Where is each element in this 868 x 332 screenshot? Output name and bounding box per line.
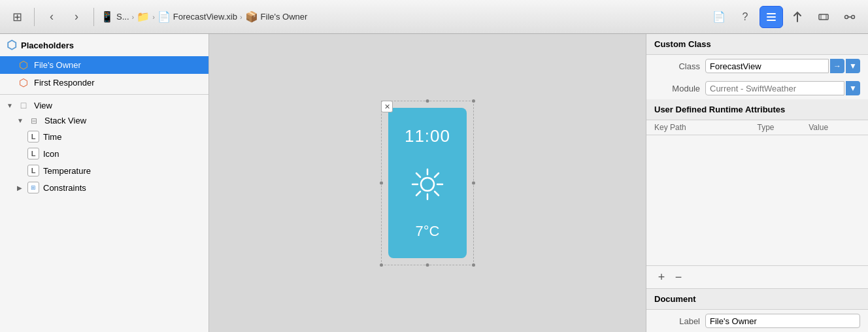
temperature-l-badge: L: [27, 165, 39, 176]
breadcrumb-sep-1: ›: [132, 13, 135, 21]
svg-rect-1: [767, 16, 776, 18]
svg-line-14: [435, 191, 439, 195]
view-item[interactable]: ▼ □ View: [0, 97, 209, 113]
files-owner-label: File's Owner: [34, 60, 81, 70]
dot-bottom-left: [380, 263, 383, 267]
runtime-attrs-action-row: + −: [646, 266, 868, 289]
right-panel: Custom Class Class → ▼ Module ▼ User Def…: [646, 34, 868, 332]
module-label: Module: [654, 84, 700, 93]
document-header: Document: [646, 289, 868, 310]
identity-inspector-button[interactable]: [760, 6, 783, 28]
first-responder-icon: ⬡: [17, 76, 30, 89]
dot-right-center: [472, 182, 475, 185]
size-inspector-button[interactable]: [812, 6, 835, 28]
module-dropdown-button[interactable]: ▼: [846, 81, 860, 95]
breadcrumb-sep-2: ›: [152, 13, 155, 21]
dot-top-right: [472, 99, 475, 103]
svg-rect-0: [767, 13, 776, 14]
temperature-item[interactable]: L Temperature: [0, 162, 209, 179]
icon-item[interactable]: L Icon: [0, 145, 209, 162]
svg-point-7: [852, 15, 855, 18]
value-column-header: Value: [809, 123, 860, 132]
stack-view-label: Stack View: [44, 116, 86, 125]
class-label: Class: [654, 61, 700, 71]
breadcrumb-sep-3: ›: [240, 13, 242, 21]
key-path-column-header: Key Path: [654, 123, 758, 132]
breadcrumb-owner-label: File's Owner: [261, 12, 308, 22]
time-label: Time: [43, 132, 61, 142]
placeholders-cube-icon: ⬡: [7, 38, 17, 52]
class-dropdown-button[interactable]: ▼: [846, 59, 860, 73]
runtime-attrs-table: [646, 135, 868, 266]
dot-left-center: [380, 182, 383, 185]
files-owner-icon: ⬡: [17, 59, 30, 71]
svg-line-13: [416, 173, 420, 177]
class-input[interactable]: [705, 59, 829, 73]
module-input-wrap: ▼: [705, 81, 860, 95]
time-l-badge: L: [27, 131, 39, 142]
project-icon: 📱: [101, 10, 114, 23]
center-panel: ✕ 11:00: [209, 34, 646, 332]
breadcrumb-xib[interactable]: 📄 ForecastView.xib: [158, 10, 237, 23]
folder-icon: 📁: [137, 10, 150, 23]
class-row: Class → ▼: [646, 55, 868, 77]
placeholders-label: Placeholders: [21, 41, 74, 50]
stack-view-arrow: ▼: [17, 117, 24, 124]
module-input[interactable]: [705, 81, 844, 95]
files-owner-item[interactable]: ⬡ File's Owner: [0, 56, 209, 74]
preview-outer: ✕ 11:00: [372, 91, 483, 274]
forecast-time: 11:00: [405, 126, 450, 146]
svg-line-15: [435, 173, 439, 177]
back-button[interactable]: ‹: [41, 7, 62, 27]
connections-inspector-button[interactable]: [838, 6, 861, 28]
icon-l-badge: L: [27, 148, 39, 159]
stack-view-item[interactable]: ▼ ⊟ Stack View: [0, 113, 209, 128]
xib-icon: 📄: [158, 10, 171, 23]
dot-bottom-right: [472, 263, 475, 267]
first-responder-label: First Responder: [34, 78, 94, 88]
remove-attribute-button[interactable]: −: [671, 270, 686, 284]
placeholders-section: ⬡ Placeholders: [0, 34, 209, 56]
svg-rect-3: [819, 14, 828, 20]
main-toolbar: ⊞ ‹ › 📱 S... › 📁 › 📄 ForecastView.xib › …: [0, 0, 868, 34]
view-arrow: ▼: [7, 102, 13, 109]
constraints-grid-icon: ⊞: [27, 182, 39, 193]
class-input-wrap: → ▼: [705, 59, 860, 73]
time-item[interactable]: L Time: [0, 128, 209, 145]
preview-close-button[interactable]: ✕: [381, 101, 393, 112]
runtime-attrs-table-header: Key Path Type Value: [646, 120, 868, 135]
owner-icon: 📦: [245, 10, 258, 23]
help-button[interactable]: ?: [733, 6, 757, 28]
temperature-label: Temperature: [43, 166, 91, 176]
svg-point-17: [421, 178, 434, 191]
type-column-header: Type: [758, 123, 809, 132]
document-label-input-wrap: [705, 314, 860, 328]
breadcrumb-owner[interactable]: 📦 File's Owner: [245, 10, 308, 23]
document-label-label: Label: [654, 316, 700, 326]
constraints-label: Constraints: [43, 183, 86, 193]
first-responder-item[interactable]: ⬡ First Responder: [0, 74, 209, 91]
breadcrumb-project[interactable]: 📱 S...: [101, 10, 129, 23]
attributes-inspector-button[interactable]: [786, 6, 809, 28]
view-icon: □: [17, 100, 30, 110]
breadcrumb: 📱 S... › 📁 › 📄 ForecastView.xib › 📦 File…: [101, 10, 703, 23]
dot-top-center: [426, 99, 429, 103]
file-inspector-button[interactable]: 📄: [707, 6, 731, 28]
icon-label: Icon: [43, 149, 59, 159]
breadcrumb-folder[interactable]: 📁: [137, 10, 150, 23]
main-content: ⬡ Placeholders ⬡ File's Owner ⬡ First Re…: [0, 34, 868, 332]
svg-rect-2: [767, 20, 776, 21]
dot-bottom-center: [426, 263, 429, 267]
custom-class-header: Custom Class: [646, 34, 868, 55]
forward-button[interactable]: ›: [66, 7, 87, 27]
constraints-arrow: ▶: [17, 184, 24, 191]
class-navigate-button[interactable]: →: [830, 59, 844, 73]
add-attribute-button[interactable]: +: [654, 270, 669, 284]
sun-svg: [410, 167, 445, 202]
left-panel: ⬡ Placeholders ⬡ File's Owner ⬡ First Re…: [0, 34, 209, 332]
canvas-area[interactable]: ✕ 11:00: [209, 34, 646, 332]
constraints-item[interactable]: ▶ ⊞ Constraints: [0, 179, 209, 196]
document-label-input[interactable]: [705, 314, 860, 328]
document-label-row: Label: [646, 310, 868, 332]
grid-view-button[interactable]: ⊞: [7, 7, 27, 27]
